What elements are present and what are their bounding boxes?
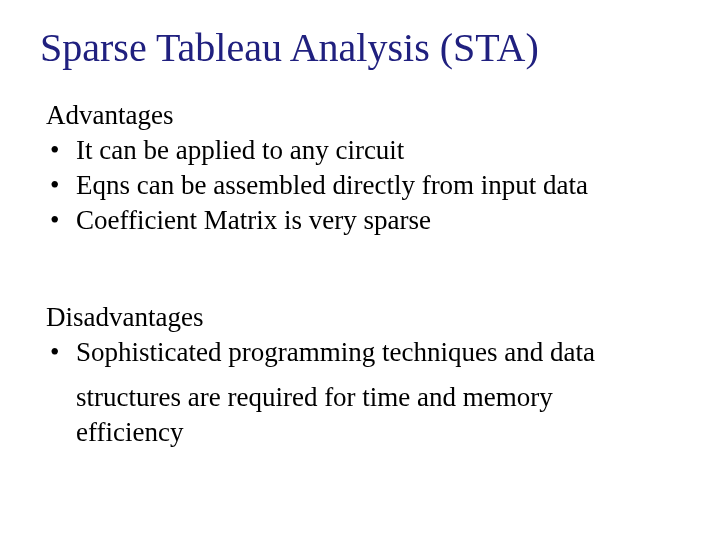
disadvantages-item-1: Sophisticated programming techniques and…	[46, 335, 680, 370]
slide-title: Sparse Tableau Analysis (STA)	[40, 26, 680, 70]
disadvantages-item-1-cont-2: efficiency	[46, 415, 680, 450]
advantages-item-1: It can be applied to any circuit	[46, 133, 680, 168]
spacer	[40, 248, 680, 284]
disadvantages-item-1-cont-1: structures are required for time and mem…	[46, 380, 680, 415]
disadvantages-heading: Disadvantages	[46, 302, 680, 333]
disadvantages-list: Sophisticated programming techniques and…	[46, 335, 680, 370]
slide: Sparse Tableau Analysis (STA) Advantages…	[0, 0, 720, 540]
advantages-item-3: Coefficient Matrix is very sparse	[46, 203, 680, 238]
advantages-list: It can be applied to any circuit Eqns ca…	[46, 133, 680, 238]
advantages-heading: Advantages	[46, 100, 680, 131]
advantages-item-2: Eqns can be assembled directly from inpu…	[46, 168, 680, 203]
